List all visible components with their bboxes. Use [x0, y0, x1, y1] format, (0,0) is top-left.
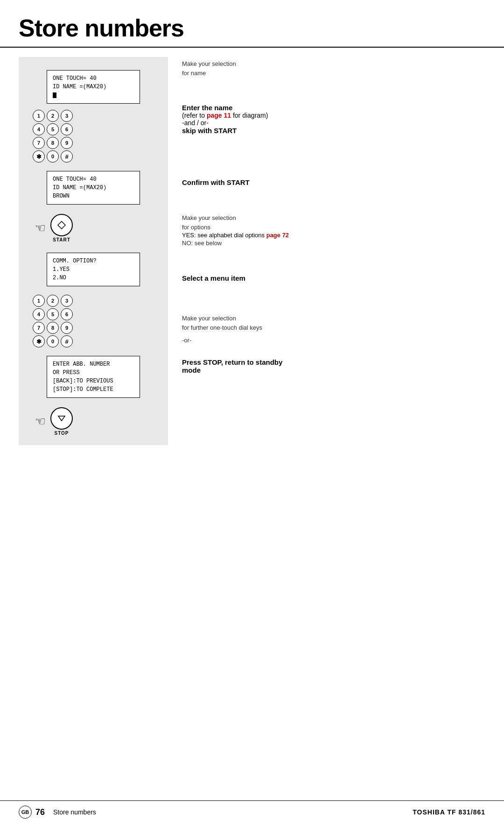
stop-hand-row: ☞ STOP [35, 407, 73, 436]
start-label: START [53, 237, 70, 242]
start-hand-row: ☞ START [35, 214, 73, 242]
screen2-line1: ONE TOUCH= 40 [53, 175, 134, 184]
page-container: Store numbers ONE TOUCH= 40 ID NAME =(MA… [0, 0, 504, 828]
step7-line1: Press STOP, return to standby [182, 358, 485, 366]
step1-line2: for name [182, 69, 485, 78]
stop-button-container: STOP [50, 407, 73, 436]
step6-line3: -or- [182, 336, 485, 345]
key-0[interactable]: 0 [47, 150, 59, 163]
keypad2-row-1: 1 2 3 [33, 295, 73, 307]
hand-pointer-icon: ☞ [35, 221, 46, 235]
footer-section-title: Store numbers [53, 808, 96, 816]
screen4-line2: OR PRESS [53, 368, 134, 377]
step4-line1: Make your selection [182, 213, 485, 223]
screen4-row: ENTER ABB. NUMBER OR PRESS [BACK]:TO PRE… [26, 352, 161, 402]
key-7[interactable]: 7 [33, 137, 45, 149]
step4-line3: YES: see alphabet dial options [182, 232, 266, 239]
key2-6[interactable]: 6 [61, 308, 73, 320]
key-hash[interactable]: # [61, 150, 73, 163]
hand-pointer-stop-icon: ☞ [35, 414, 46, 429]
key-8[interactable]: 8 [47, 137, 59, 149]
key-5[interactable]: 5 [47, 123, 59, 135]
svg-marker-0 [58, 221, 65, 229]
key2-hash[interactable]: # [61, 335, 73, 347]
screen1: ONE TOUCH= 40 ID NAME =(MAX20) [47, 70, 140, 104]
diagram-panel: ONE TOUCH= 40 ID NAME =(MAX20) 1 2 3 4 5… [19, 57, 168, 445]
screen3-line2: 1.YES [53, 265, 134, 274]
screen2-line3: BROWN [53, 192, 134, 200]
screen2: ONE TOUCH= 40 ID NAME =(MAX20) BROWN [47, 171, 140, 205]
step2-line3: for diagram) [231, 112, 268, 119]
instruction-step2: Enter the name (refer to page 11 for dia… [182, 99, 485, 155]
key-1[interactable]: 1 [33, 110, 45, 122]
screen4-line1: ENTER ABB. NUMBER [53, 360, 134, 368]
svg-marker-1 [58, 416, 65, 421]
instruction-step4: Make your selection for options YES: see… [182, 209, 485, 255]
key-star[interactable]: ✱ [33, 150, 45, 163]
key2-4[interactable]: 4 [33, 308, 45, 320]
step4-line4: NO: see below [182, 239, 485, 248]
key2-3[interactable]: 3 [61, 295, 73, 307]
screen2-row: ONE TOUCH= 40 ID NAME =(MAX20) BROWN [26, 167, 161, 208]
footer-gb-badge: GB [19, 806, 32, 819]
instruction-step7: Press STOP, return to standby mode [182, 347, 485, 375]
keypad-row-1: 1 2 3 [33, 110, 73, 122]
instruction-step5: Select a menu item [182, 255, 485, 302]
key-3[interactable]: 3 [61, 110, 73, 122]
footer-left: GB 76 Store numbers [19, 806, 96, 819]
stop-triangle-icon [57, 414, 66, 423]
key2-9[interactable]: 9 [61, 322, 73, 334]
step2-page-ref: page 11 [207, 112, 231, 119]
key-4[interactable]: 4 [33, 123, 45, 135]
screen3: COMM. OPTION? 1.YES 2.NO [47, 253, 140, 286]
keypad1: 1 2 3 4 5 6 7 8 9 ✱ 0 # [33, 110, 73, 163]
step6-line2: for further one-touch dial keys [182, 323, 485, 333]
key2-8[interactable]: 8 [47, 322, 59, 334]
step6-line1: Make your selection [182, 314, 485, 323]
screen4-line4: [STOP]:TO COMPLETE [53, 385, 134, 394]
step2-line2: (refer to [182, 112, 207, 119]
key2-5[interactable]: 5 [47, 308, 59, 320]
key2-2[interactable]: 2 [47, 295, 59, 307]
key2-7[interactable]: 7 [33, 322, 45, 334]
step2-line4: -and / or- [182, 119, 485, 127]
key2-star[interactable]: ✱ [33, 335, 45, 347]
start-button-container: START [50, 214, 73, 242]
cursor-icon [53, 92, 56, 98]
stop-label: STOP [54, 431, 69, 436]
keypad2-row-2: 4 5 6 [33, 308, 73, 320]
step4-page-ref2: page 72 [266, 232, 289, 239]
step3-line1: Confirm with START [182, 178, 485, 186]
instruction-step1: Make your selection for name [182, 57, 485, 94]
screen1-row: ONE TOUCH= 40 ID NAME =(MAX20) [26, 66, 161, 107]
keypad2: 1 2 3 4 5 6 7 8 9 ✱ 0 # [33, 295, 73, 347]
step4-line3-container: YES: see alphabet dial options page 72 [182, 232, 485, 239]
instruction-step6: Make your selection for further one-touc… [182, 309, 485, 347]
start-diamond-icon [57, 220, 66, 230]
page-title: Store numbers [0, 0, 504, 48]
key2-1[interactable]: 1 [33, 295, 45, 307]
screen3-line3: 2.NO [53, 274, 134, 282]
screen3-row: COMM. OPTION? 1.YES 2.NO [26, 249, 161, 290]
keypad2-row-4: ✱ 0 # [33, 335, 73, 347]
key-6[interactable]: 6 [61, 123, 73, 135]
screen1-line2: ID NAME =(MAX20) [53, 83, 134, 91]
step5-line1: Select a menu item [182, 274, 485, 282]
keypad-row-3: 7 8 9 [33, 137, 73, 149]
step2-line1: Enter the name [182, 104, 485, 112]
step4-line2: for options [182, 223, 485, 232]
screen4: ENTER ABB. NUMBER OR PRESS [BACK]:TO PRE… [47, 356, 140, 398]
keypad-row-2: 4 5 6 [33, 123, 73, 135]
step7-line2: mode [182, 366, 485, 374]
keypad-row-4: ✱ 0 # [33, 150, 73, 163]
step2-line2-container: (refer to page 11 for diagram) [182, 112, 485, 119]
instructions-panel: Make your selection for name Enter the n… [168, 57, 485, 445]
screen1-line1: ONE TOUCH= 40 [53, 74, 134, 83]
key-9[interactable]: 9 [61, 137, 73, 149]
key-2[interactable]: 2 [47, 110, 59, 122]
stop-button[interactable] [50, 407, 73, 430]
screen2-line2: ID NAME =(MAX20) [53, 184, 134, 192]
key2-0[interactable]: 0 [47, 335, 59, 347]
footer: GB 76 Store numbers TOSHIBA TF 831/861 [0, 800, 504, 819]
start-button[interactable] [50, 214, 73, 236]
